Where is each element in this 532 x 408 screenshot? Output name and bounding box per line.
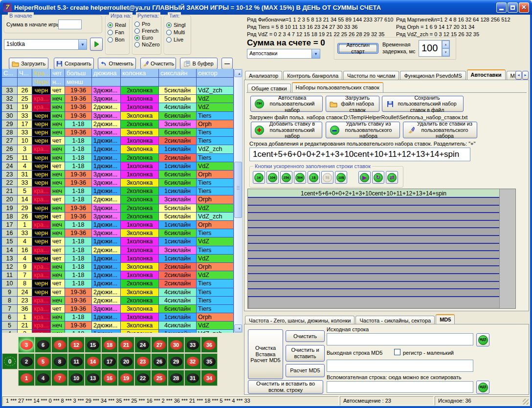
radio-singl[interactable]: Singl [166, 22, 185, 28]
board-cell-8[interactable]: 8 [51, 353, 68, 369]
chevron-down-icon[interactable]: ▼ [311, 49, 320, 58]
tab-scroll-left-icon[interactable]: ◄ [515, 71, 522, 80]
spin-button[interactable]: ▶ [358, 171, 371, 184]
tab-psevdoms[interactable]: Функционал PsevdoMS [400, 71, 466, 80]
scrollbar-thumb[interactable] [234, 162, 242, 218]
list-item[interactable] [248, 266, 499, 274]
list-item[interactable] [248, 236, 499, 244]
board-cell-22[interactable]: 22 [134, 370, 151, 386]
table-row[interactable]: 117кра...неч1-181дюжи...1колонка2сиклайн… [2, 271, 234, 279]
table-row[interactable]: 244чернчет1-181дюжи...1колонка1сиклайнVd… [2, 162, 234, 171]
maximize-button[interactable] [508, 2, 518, 13]
save-bet-file-button[interactable]: Сохранить пользовательский набор ставок … [382, 96, 464, 112]
radio-multi[interactable]: Multi [166, 29, 185, 35]
resize-grip[interactable] [523, 399, 529, 405]
buffer-button[interactable]: В буфер [180, 58, 218, 69]
table-row[interactable]: 215кра...неч1-181дюжи...2колонка1сиклайн… [2, 187, 234, 195]
radio-live[interactable]: Live [166, 37, 185, 43]
board-cell-13[interactable]: 13 [85, 370, 101, 386]
table-row[interactable]: 521кра...неч19-362дюжи...3колонка4сиклай… [2, 322, 234, 330]
tab-analyzer[interactable]: Анализатор [245, 71, 282, 80]
mix-button[interactable]: ⇄ [386, 171, 398, 184]
md5-source-input[interactable] [327, 333, 473, 345]
repeat-button[interactable]: ↻ [372, 171, 384, 184]
board-cell-15[interactable]: 15 [85, 337, 101, 353]
autobet-user-set-button[interactable]: ПН Автоставка пользовательский набор [250, 96, 323, 112]
list-item[interactable] [248, 221, 499, 229]
board-cell-28[interactable]: 28 [168, 370, 184, 386]
chip-button-25c[interactable]: 25¢ [280, 171, 292, 184]
md5-output-input[interactable] [327, 360, 473, 372]
board-cell-zero[interactable]: 0 [2, 353, 18, 369]
board-cell-25[interactable]: 25 [151, 370, 168, 386]
board-cell-29[interactable]: 29 [168, 353, 184, 369]
tab-autobets[interactable]: Автоставки [467, 69, 506, 80]
table-row[interactable]: 1826чернчет19-363дюжи...2колонка5сиклайн… [2, 213, 234, 221]
list-item[interactable] [248, 282, 499, 290]
board-cell-34[interactable]: 34 [201, 370, 218, 386]
board-cell-9[interactable]: 9 [51, 337, 68, 353]
delete-bet-button[interactable]: ▬ Удалить ставку из пользовательского на… [326, 122, 400, 138]
md5-clear-paste-aux-button[interactable]: Очистить и вставить во вспом. строку [248, 380, 323, 394]
board-cell-6[interactable]: 6 [35, 337, 51, 353]
table-row[interactable]: 2014кра...чет1-182дюжи...2колонка3сиклай… [2, 195, 234, 204]
table-row[interactable]: 171кра...неч1-181дюжи...1колонка1сиклайн… [2, 221, 234, 229]
board-cell-18[interactable]: 18 [101, 337, 118, 353]
table-row[interactable]: 3119кра...неч19-362дюжи...1колонка4сикла… [2, 103, 234, 111]
minimize-button[interactable] [496, 2, 507, 13]
start-sum-input[interactable] [58, 20, 82, 29]
table-row[interactable]: 1929черннеч19-363дюжи...2колонка5сиклайн… [2, 204, 234, 213]
delete-all-bets-button[interactable]: Удалить все ставки из пользовательского … [403, 122, 477, 138]
bet-string-input[interactable] [249, 148, 470, 161]
title-bar[interactable]: 7 HelperRoullet 5.3- create helperroulle… [0, 0, 532, 15]
board-cell-14[interactable]: 14 [85, 353, 101, 369]
tab-user-bet-sets[interactable]: Наборы пользовательских ставок [292, 82, 383, 93]
board-cell-17[interactable]: 17 [101, 353, 118, 369]
board-cell-1[interactable]: 1 [18, 370, 35, 386]
autobets-combo[interactable]: Автоставки ▼ [247, 49, 320, 59]
board-cell-2[interactable]: 2 [18, 353, 35, 369]
table-row[interactable]: 134чернчет1-181дюжи...1колонка1сиклайнVd… [2, 255, 234, 263]
radio-bon[interactable]: Bon [108, 37, 126, 43]
tab-frequencies[interactable]: Частоты по числам [343, 71, 399, 80]
scroll-down-icon[interactable]: ▼ [234, 324, 242, 332]
save-button[interactable]: Сохранить [54, 58, 94, 69]
table-row[interactable]: 2917черннеч1-182дюжи...2колонка3сиклайнO… [2, 120, 234, 129]
board-cell-11[interactable]: 11 [68, 353, 85, 369]
board-cell-36[interactable]: 36 [201, 337, 218, 353]
radio-real[interactable]: Real [108, 22, 126, 28]
table-row[interactable]: 3225кра...неч19-363дюжи...1колонка5сикла… [2, 95, 234, 103]
radio-pro[interactable]: Pro [134, 21, 160, 27]
table-row[interactable]: 61кра...неч1-181дюжи...1колонка1сиклайнO… [2, 313, 234, 322]
table-row[interactable]: 2331черннеч19-363дюжи...1колонка6сиклайн… [2, 171, 234, 179]
board-cell-23[interactable]: 23 [134, 353, 151, 369]
tab-common-bets[interactable]: Общие ставки [247, 84, 291, 93]
list-item[interactable] [248, 198, 499, 206]
table-row[interactable]: 924чернчет19-362дюжи...3колонка4сиклайнT… [2, 288, 234, 297]
list-item[interactable] [248, 244, 499, 252]
chip-button-10d[interactable]: 10$ [335, 171, 347, 184]
list-item[interactable] [248, 213, 499, 221]
list-item[interactable] [248, 289, 499, 297]
table-row[interactable]: 2710чернчет1-181дюжи...1колонка2сиклайнT… [2, 137, 234, 145]
undo-button[interactable]: Отменить [98, 58, 136, 69]
chip-button-50c[interactable]: 50¢ [294, 171, 306, 184]
table-row[interactable]: 108чернчет1-181дюжи...2колонка2сиклайнTi… [2, 279, 234, 288]
table-row[interactable]: 3033черннеч19-363дюжи...3колонка6сиклайн… [2, 112, 234, 120]
tab-bankroll[interactable]: Контроль банкролла [283, 71, 342, 80]
board-cell-35[interactable]: 35 [201, 353, 218, 369]
md5-run-button-2[interactable]: МД5 [476, 381, 489, 394]
table-row[interactable]: 2833черннеч19-363дюжи...3колонка6сиклайн… [2, 129, 234, 137]
clear-button[interactable]: Очистить [140, 58, 176, 69]
start-run-button[interactable] [90, 38, 103, 51]
board-cell-20[interactable]: 20 [118, 353, 134, 369]
list-item[interactable] [248, 259, 499, 267]
delay-spinner[interactable]: 100 ▲ ▼ [419, 40, 450, 57]
board-cell-32[interactable]: 32 [184, 353, 201, 369]
radio-nozero[interactable]: NoZero [134, 42, 160, 47]
radio-euro[interactable]: Euro [134, 35, 160, 41]
md5-clear-paste-calc-button[interactable]: Очистка Вставка Расчет MD5 [248, 329, 283, 379]
bet-set-list-header[interactable]: 1cent+5+6+0+0+2+1+3+10cent+10+11+12+13+1… [248, 189, 499, 198]
board-cell-21[interactable]: 21 [118, 337, 134, 353]
tab-scroll-right-icon[interactable]: ► [522, 71, 529, 80]
